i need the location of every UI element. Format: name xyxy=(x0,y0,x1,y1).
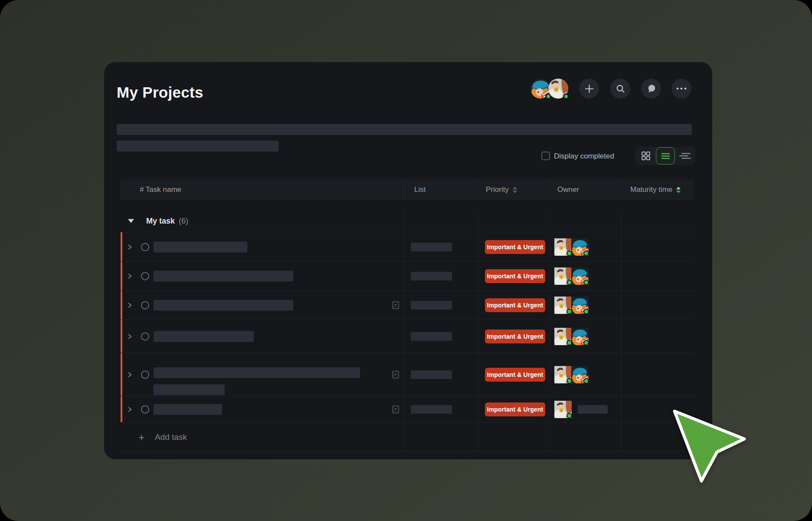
green-pointer-cursor xyxy=(668,406,750,486)
avatar-baby-photo[interactable] xyxy=(548,79,568,99)
owner-avatars[interactable] xyxy=(554,366,589,383)
priority-badge[interactable]: Important & Urgent xyxy=(485,330,545,343)
column-header-task-name[interactable]: # Task name xyxy=(120,179,403,200)
avatar-anime-character[interactable] xyxy=(571,267,589,285)
note-icon xyxy=(392,301,399,310)
ellipsis-icon xyxy=(676,87,687,90)
avatar-baby-photo[interactable] xyxy=(554,267,572,285)
owner-avatars[interactable] xyxy=(554,267,589,285)
task-status-circle[interactable] xyxy=(141,272,149,280)
column-header-list[interactable]: List xyxy=(403,179,478,200)
online-status-dot xyxy=(583,280,589,285)
column-header-owner[interactable]: Owner xyxy=(550,179,621,200)
task-row[interactable]: Important & Urgent xyxy=(120,290,694,320)
priority-badge[interactable]: Important & Urgent xyxy=(485,240,545,254)
column-header-maturity-time[interactable]: Maturity time xyxy=(621,179,694,200)
plus-icon xyxy=(585,84,594,93)
note-icon xyxy=(392,405,399,413)
avatar-anime-character[interactable] xyxy=(571,328,589,345)
add-task-row[interactable]: + Add task xyxy=(120,422,694,452)
task-title-placeholder xyxy=(154,404,222,415)
table-body: My task (6) Important & Urgent xyxy=(120,210,694,452)
priority-accent-bar xyxy=(121,320,123,353)
task-status-circle[interactable] xyxy=(141,332,149,340)
add-button[interactable] xyxy=(579,79,599,99)
view-toggle-group xyxy=(635,147,695,165)
page-title: My Projects xyxy=(117,84,203,101)
avatar-baby-photo[interactable] xyxy=(554,401,572,418)
table-header: # Task name List Priority Owner Maturity… xyxy=(120,179,694,200)
list-view-button[interactable] xyxy=(656,147,675,165)
avatar-anime-character[interactable] xyxy=(571,366,589,383)
online-status-dot xyxy=(583,378,589,384)
grid-view-button[interactable] xyxy=(636,147,655,165)
list-placeholder xyxy=(411,272,452,280)
task-title-placeholder-line-1 xyxy=(154,367,360,378)
online-status-dot xyxy=(566,413,572,419)
priority-badge[interactable]: Important & Urgent xyxy=(485,402,545,416)
expand-chevron-icon[interactable] xyxy=(128,244,132,250)
list-placeholder xyxy=(411,243,452,251)
display-completed-checkbox[interactable] xyxy=(541,152,550,160)
search-button[interactable] xyxy=(610,79,630,99)
group-count: (6) xyxy=(179,217,188,226)
avatar-baby-photo[interactable] xyxy=(554,238,572,256)
task-status-circle[interactable] xyxy=(141,243,149,251)
task-row[interactable]: Important & Urgent xyxy=(120,353,694,396)
task-row[interactable]: Important & Urgent xyxy=(120,261,694,290)
avatar-anime-character[interactable] xyxy=(530,79,550,99)
timeline-view-button[interactable] xyxy=(675,147,694,165)
avatar-baby-photo[interactable] xyxy=(554,366,572,383)
avatar-anime-character[interactable] xyxy=(571,238,589,256)
task-title-placeholder xyxy=(154,300,293,311)
sort-icon[interactable] xyxy=(513,187,517,193)
priority-accent-bar xyxy=(121,396,123,422)
display-completed-label[interactable]: Display completed xyxy=(554,152,614,161)
task-title-placeholder-line-2 xyxy=(154,384,225,395)
description-placeholder-line-2 xyxy=(117,141,278,152)
description-placeholder-line-1 xyxy=(117,124,692,135)
owner-avatars[interactable] xyxy=(554,238,589,256)
expand-chevron-icon[interactable] xyxy=(128,406,132,412)
expand-chevron-icon[interactable] xyxy=(128,333,132,340)
owner-avatars[interactable] xyxy=(554,297,589,314)
task-status-circle[interactable] xyxy=(141,405,149,413)
priority-badge[interactable]: Important & Urgent xyxy=(485,298,545,312)
task-title-placeholder xyxy=(154,241,247,252)
priority-badge[interactable]: Important & Urgent xyxy=(485,368,545,382)
online-status-dot xyxy=(583,340,589,346)
list-placeholder xyxy=(411,370,452,379)
expand-chevron-icon[interactable] xyxy=(128,273,132,279)
priority-accent-bar xyxy=(121,262,123,290)
expand-chevron-icon[interactable] xyxy=(128,302,132,308)
add-task-label[interactable]: Add task xyxy=(155,432,187,442)
avatar-anime-character[interactable] xyxy=(571,297,589,314)
priority-accent-bar xyxy=(121,232,123,261)
plus-icon: + xyxy=(138,432,145,442)
my-projects-panel: My Projects xyxy=(104,62,712,459)
owner-avatars[interactable] xyxy=(554,401,572,418)
task-status-circle[interactable] xyxy=(141,301,149,310)
grid-icon xyxy=(641,151,651,161)
avatar-baby-photo[interactable] xyxy=(554,297,572,314)
priority-badge[interactable]: Important & Urgent xyxy=(485,269,545,283)
owner-avatars[interactable] xyxy=(554,328,589,345)
online-status-dot xyxy=(583,309,589,314)
task-row[interactable]: Important & Urgent xyxy=(120,320,694,353)
task-row[interactable]: Important & Urgent xyxy=(120,396,694,422)
task-row[interactable]: Important & Urgent xyxy=(120,232,694,261)
note-icon xyxy=(392,371,399,379)
collapse-triangle-icon[interactable] xyxy=(128,219,134,223)
group-row-my-task[interactable]: My task (6) xyxy=(120,210,694,232)
expand-chevron-icon[interactable] xyxy=(128,372,132,378)
avatar-baby-photo[interactable] xyxy=(554,328,572,345)
priority-accent-bar xyxy=(121,353,123,396)
column-header-priority[interactable]: Priority xyxy=(478,179,550,200)
sort-icon-active[interactable] xyxy=(676,187,681,193)
task-status-circle[interactable] xyxy=(141,371,149,379)
list-icon xyxy=(661,152,670,160)
more-options-button[interactable] xyxy=(671,79,691,99)
screenshot-stage: My Projects xyxy=(0,0,812,521)
owner-name-placeholder xyxy=(578,405,608,414)
chat-button[interactable] xyxy=(641,79,661,99)
